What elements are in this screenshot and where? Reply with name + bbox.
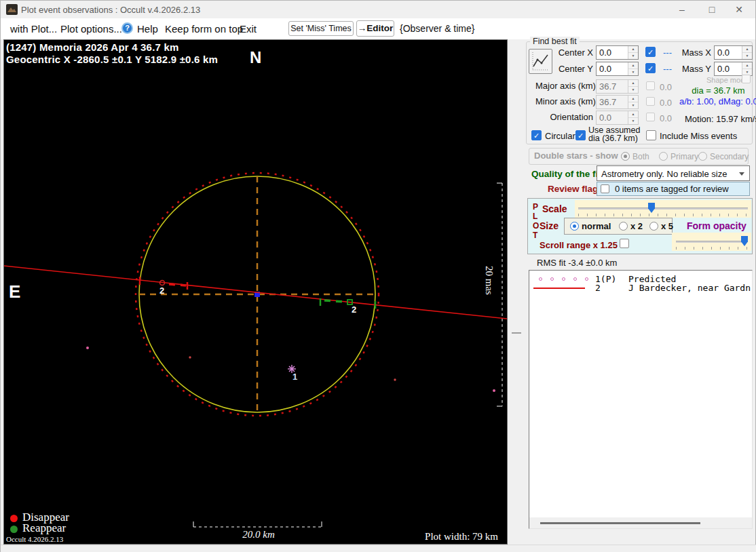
scale-slider-track[interactable]	[578, 208, 748, 210]
major-axis-checkbox	[646, 81, 655, 90]
center-x-spinner[interactable]: 0.0 ▲▼	[596, 45, 639, 60]
disappear-legend-icon	[10, 515, 18, 522]
scroll-range-checkbox[interactable]	[620, 239, 629, 248]
major-axis-value: 36.7	[599, 81, 616, 92]
mass-y-value[interactable]: 0.0	[717, 64, 730, 74]
plot-letter-l: L	[533, 212, 537, 221]
scale-slider[interactable]	[575, 200, 751, 218]
menu-with-plot[interactable]: with Plot...	[10, 23, 57, 35]
plot-controls-panel: P L O T Scale Size normal x 2 x 5 Form o…	[527, 198, 753, 254]
double-secondary-radio	[698, 152, 707, 161]
orientation-value: 0.0	[599, 113, 611, 123]
spin-down-icon[interactable]: ▼	[628, 69, 638, 75]
bottom-strip	[1, 545, 756, 552]
star-number: 1	[292, 372, 297, 382]
minor-axis-value: 36.7	[599, 97, 616, 107]
size-normal-radio[interactable]	[570, 222, 579, 231]
form-opacity-thumb[interactable]	[741, 236, 748, 246]
form-opacity-ticks	[676, 247, 747, 250]
major-axis-spinner: 36.7 ▲▼	[596, 79, 639, 94]
scale-slider-thumb[interactable]	[648, 203, 655, 213]
form-opacity-track[interactable]	[676, 241, 747, 243]
title-bar: Plot event observations : Occult v.4.202…	[1, 1, 755, 18]
menu-help[interactable]: Help	[137, 23, 158, 35]
review-flags-checkbox[interactable]	[601, 184, 609, 193]
double-both-label: Both	[632, 152, 649, 161]
mass-x-spinner[interactable]: 0.0 ▲▼	[714, 45, 753, 60]
dia-label: dia = 36.7 km	[686, 85, 751, 96]
spin-up-icon: ▲	[628, 96, 638, 102]
minor-axis-aux: 0.0	[660, 98, 672, 108]
spin-up-icon[interactable]: ▲	[628, 62, 638, 69]
review-flags-label: Review flags	[548, 184, 603, 194]
spin-up-icon[interactable]: ▲	[742, 46, 752, 53]
plot-canvas[interactable]: (1247) Memoria 2026 Apr 4 36.7 km Geocen…	[3, 39, 508, 545]
chevron-down-icon	[739, 172, 744, 176]
field-star	[493, 389, 495, 392]
mass-x-label: Mass X	[679, 47, 711, 58]
menu-keep-on-top[interactable]: Keep form on top	[165, 23, 243, 35]
quality-combobox[interactable]: Astrometry only. No reliable size	[597, 165, 750, 181]
size-x2-radio[interactable]	[619, 222, 628, 231]
horizontal-scale-label: 20.0 km	[225, 529, 292, 540]
field-star	[394, 378, 396, 380]
form-opacity-slider[interactable]	[672, 233, 751, 251]
observer-time-label: {Observer & time}	[400, 23, 475, 34]
list-hscrollbar[interactable]	[529, 517, 752, 528]
list-hscrollbar-thumb[interactable]	[540, 522, 700, 524]
major-axis-aux: 0.0	[660, 82, 672, 92]
editor-button[interactable]: →Editor	[356, 20, 394, 37]
spin-down-icon[interactable]: ▼	[742, 53, 752, 59]
orientation-label: Orientation	[535, 112, 593, 122]
center-x-dashes: ---	[663, 47, 672, 58]
field-star	[86, 347, 89, 349]
app-icon	[6, 4, 18, 15]
observations-listbox[interactable]: 1(P) Predicted 2 J Bardecker, near Gardn	[529, 270, 753, 529]
double-stars-label: Double stars - show	[534, 151, 618, 161]
close-button[interactable]: ✕	[725, 1, 753, 18]
center-y-checkbox[interactable]: ✓	[645, 63, 656, 73]
menu-plot-options[interactable]: Plot options...	[60, 23, 122, 35]
maximize-button[interactable]: □	[698, 1, 725, 18]
north-label: N	[250, 48, 261, 67]
minimize-button[interactable]: –	[668, 1, 696, 18]
rms-label: RMS fit -3.4 ±0.0 km	[537, 258, 617, 268]
menu-exit[interactable]: Exit	[240, 23, 257, 35]
review-flags-field: 0 items are tagged for review	[597, 182, 750, 196]
mass-y-label: Mass Y	[679, 64, 711, 74]
review-flags-text: 0 items are tagged for review	[615, 184, 729, 194]
use-assumed-label-2: dia (36.7 km)	[588, 134, 638, 143]
center-y-value[interactable]: 0.0	[599, 64, 611, 74]
scroll-range-label: Scroll range x 1.25	[540, 240, 618, 250]
center-x-checkbox[interactable]: ✓	[645, 47, 656, 57]
spin-up-icon[interactable]: ▲	[628, 46, 638, 53]
spin-down-icon[interactable]: ▼	[628, 53, 638, 59]
spin-up-icon[interactable]: ▲	[742, 62, 752, 69]
mass-x-value[interactable]: 0.0	[717, 47, 730, 58]
double-primary-radio	[659, 152, 668, 161]
plot-drawing	[4, 40, 507, 544]
motion-label: Motion: 15.97 km/s	[685, 114, 753, 124]
check-icon: ✓	[533, 132, 540, 140]
circular-label: Circular	[545, 131, 575, 141]
use-assumed-checkbox[interactable]: ✓	[575, 130, 586, 140]
include-miss-checkbox[interactable]	[646, 130, 656, 140]
set-miss-times-button[interactable]: Set 'Miss' Times	[288, 21, 354, 36]
shape-model-checkbox[interactable]	[742, 75, 751, 83]
vertical-scale-bracket	[497, 183, 502, 406]
spin-down-icon: ▼	[628, 87, 638, 93]
include-miss-label: Include Miss events	[660, 131, 737, 141]
center-x-value[interactable]: 0.0	[599, 47, 611, 58]
vertical-splitter-handle[interactable]	[512, 332, 521, 334]
size-x5-radio[interactable]	[649, 222, 658, 231]
window-title: Plot event observations : Occult v.4.202…	[21, 5, 200, 15]
plot-letter-o: O	[533, 221, 539, 231]
minor-axis-checkbox	[646, 97, 655, 106]
circular-checkbox[interactable]: ✓	[531, 130, 542, 140]
spin-down-icon: ▼	[628, 102, 638, 109]
mass-y-spinner[interactable]: 0.0 ▲▼	[714, 62, 753, 76]
center-y-spinner[interactable]: 0.0 ▲▼	[596, 62, 639, 76]
help-icon[interactable]: ?	[121, 22, 133, 34]
plot-geocentric: Geocentric X -2860.5 ±0.1 Y 5182.9 ±0.6 …	[6, 54, 218, 65]
list-item[interactable]: 2 J Bardecker, near Gardn	[529, 279, 752, 293]
